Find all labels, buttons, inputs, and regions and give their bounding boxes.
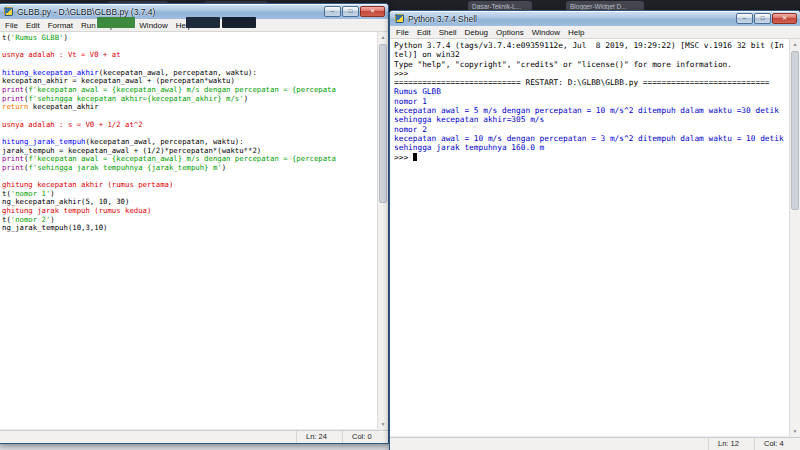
code-line: >>> <box>394 153 789 162</box>
scroll-down-icon[interactable]: ▼ <box>790 426 800 436</box>
code-line: =========================== RESTART: D:\… <box>394 78 789 87</box>
shell-menubar: FileEditShellDebugOptionsWindowHelp <box>390 26 800 39</box>
code-line: tel)] on win32 <box>394 50 789 59</box>
editor-window: GLBB.py - D:\GLBB\GLBB.py (3.7.4) – □ ✕ … <box>0 3 389 444</box>
code-line: usnya adalah : s = V0 + 1/2 at^2 <box>2 121 377 130</box>
code-line: nomor 1 <box>394 97 789 106</box>
code-line: ghitung kecepatan akhir (rumus pertama) <box>2 181 377 190</box>
menu-format[interactable]: Format <box>44 21 77 30</box>
code-line: Type "help", "copyright", "credits" or "… <box>394 60 789 69</box>
shell-scrollbar[interactable]: ▲ ▼ <box>789 39 800 436</box>
line-indicator: Ln: 12 <box>708 438 754 450</box>
window-controls: – □ ✕ <box>324 6 385 17</box>
background-fragment <box>222 17 256 28</box>
menu-shell[interactable]: Shell <box>435 28 461 37</box>
scroll-up-icon[interactable]: ▲ <box>378 32 388 42</box>
scroll-down-icon[interactable]: ▼ <box>378 419 388 429</box>
editor-scrollbar[interactable]: ▲ ▼ <box>377 32 388 429</box>
scroll-up-icon[interactable]: ▲ <box>790 39 800 49</box>
scrollbar-thumb[interactable] <box>379 44 387 203</box>
menu-help[interactable]: Help <box>564 28 588 37</box>
code-line: t('Rumus GLBB') <box>2 34 377 43</box>
editor-statusbar: Ln: 24 Col: 0 <box>0 430 388 443</box>
menu-file[interactable]: File <box>392 28 413 37</box>
shell-window: Python 3.7.4 Shell – □ ✕ FileEditShellDe… <box>389 10 800 450</box>
python-icon <box>395 14 404 23</box>
code-line: sehingga jarak tempuhnya 160.0 m <box>394 143 789 152</box>
column-indicator: Col: 4 <box>754 438 800 450</box>
menu-edit[interactable]: Edit <box>413 28 435 37</box>
code-line: kecepatan awal = 10 m/s dengan percepata… <box>394 134 789 143</box>
code-line: >>> <box>394 69 789 78</box>
menu-options[interactable]: Options <box>492 28 528 37</box>
menu-window[interactable]: Window <box>528 28 564 37</box>
menu-file[interactable]: File <box>1 21 22 30</box>
code-line: kecepatan awal = 5 m/s dengan percepatan… <box>394 106 789 115</box>
shell-text[interactable]: Python 3.7.4 (tags/v3.7.4:e09359112e, Ju… <box>390 39 789 436</box>
background-fragment <box>97 17 135 28</box>
maximize-button[interactable]: □ <box>342 6 359 17</box>
line-indicator: Ln: 24 <box>296 431 342 443</box>
code-line: print(f'sehingga jarak tempuhnya {jarak_… <box>2 164 377 173</box>
menu-edit[interactable]: Edit <box>22 21 44 30</box>
minimize-button[interactable]: – <box>324 6 341 17</box>
code-line: Python 3.7.4 (tags/v3.7.4:e09359112e, Ju… <box>394 41 789 50</box>
desktop: Jual-Harga-W...Panduan Mend...Dasar-Tekn… <box>0 0 800 450</box>
shell-titlebar[interactable]: Python 3.7.4 Shell – □ ✕ <box>390 11 800 26</box>
code-line: ghitung jarak tempuh (rumus kedua) <box>2 207 377 216</box>
code-line: return kecepatan_akhir <box>2 103 377 112</box>
background-fragment <box>186 17 220 28</box>
shell-window-title: Python 3.7.4 Shell <box>408 14 477 24</box>
python-icon <box>4 7 13 16</box>
close-button[interactable]: ✕ <box>772 13 797 24</box>
minimize-button[interactable]: – <box>736 13 753 24</box>
code-line: usnya adalah : Vt = V0 + at <box>2 51 377 60</box>
menu-window[interactable]: Window <box>135 21 171 30</box>
close-button[interactable]: ✕ <box>360 6 385 17</box>
menu-debug[interactable]: Debug <box>460 28 492 37</box>
maximize-button[interactable]: □ <box>754 13 771 24</box>
column-indicator: Col: 0 <box>342 431 388 443</box>
scrollbar-thumb[interactable] <box>791 51 799 210</box>
text-cursor <box>413 153 417 161</box>
code-line: sehingga kecepatan akhir=305 m/s <box>394 115 789 124</box>
editor-window-title: GLBB.py - D:\GLBB\GLBB.py (3.7.4) <box>17 7 155 17</box>
code-line: Rumus GLBB <box>394 87 789 96</box>
window-controls: – □ ✕ <box>736 13 797 24</box>
code-line: ng_jarak_tempuh(10,3,10) <box>2 224 377 233</box>
code-line: nomor 2 <box>394 125 789 134</box>
shell-statusbar: Ln: 12 Col: 4 <box>390 437 800 450</box>
editor-text[interactable]: t('Rumus GLBB') usnya adalah : Vt = V0 +… <box>0 32 377 429</box>
